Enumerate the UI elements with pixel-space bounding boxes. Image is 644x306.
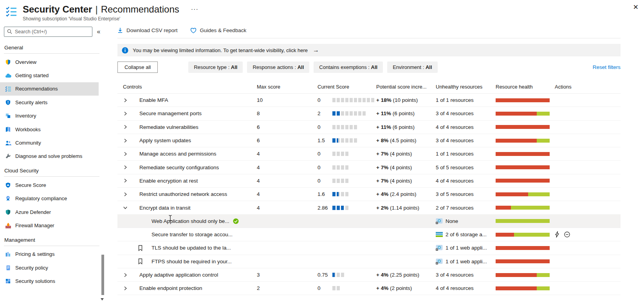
title-separator: | [95, 4, 97, 15]
filter-pill-resource-type[interactable]: Resource type : All [188, 62, 243, 73]
more-options-button[interactable]: ··· [191, 6, 198, 13]
column-header-potential-score-incre[interactable]: Potential score incre... [375, 84, 434, 90]
column-header-current-score[interactable]: Current Score [316, 84, 375, 90]
column-header-unhealthy-resources[interactable]: Unhealthy resources [434, 84, 496, 90]
sidebar-item-secure-score[interactable]: Secure Score [0, 178, 99, 192]
recommendation-row-tls-should-be-updated-to-the-la[interactable]: TLS should be updated to the la...1 of 1… [117, 241, 621, 255]
resource-health-bar [496, 165, 550, 169]
sidebar-item-pricing-settings[interactable]: Pricing & settings [0, 248, 99, 261]
sidebar-item-inventory[interactable]: Inventory [0, 109, 99, 123]
sidebar-item-label: Security solutions [15, 278, 55, 284]
sidebar-item-firewall-manager[interactable]: Firewall Manager [0, 219, 99, 232]
banner-text[interactable]: You may be viewing limited information. … [133, 47, 308, 53]
sidebar-item-diagnose-and-solve-problems[interactable]: Diagnose and solve problems [0, 150, 99, 163]
chevron-right-icon[interactable] [123, 98, 133, 103]
control-row-remediate-security-configurations[interactable]: Remediate security configurations40+ 7% … [117, 161, 621, 174]
download-csv-report-button[interactable]: Download CSV report [117, 27, 178, 33]
filter-pill-contains-exemptions[interactable]: Contains exemptions : All [314, 62, 383, 73]
sidebar-item-azure-defender[interactable]: Azure Defender [0, 205, 99, 219]
control-row-enable-mfa[interactable]: Enable MFA100+ 18% (10 points)1 of 1 res… [117, 94, 621, 107]
recommendation-row-secure-transfer-to-storage-accou[interactable]: Secure transfer to storage accou...2 of … [117, 228, 621, 241]
app-service-icon [436, 218, 443, 224]
collapse-all-button[interactable]: Collapse all [117, 62, 158, 73]
community-icon [5, 140, 11, 146]
score-bar [332, 111, 366, 116]
sidebar-item-security-solutions[interactable]: Security solutions [0, 274, 99, 288]
resource-health-bar [496, 139, 550, 143]
quick-fix-icon[interactable] [555, 231, 559, 238]
current-score-value: 0.75 [317, 272, 332, 278]
command-label: Download CSV report [126, 27, 178, 33]
sidebar-item-community[interactable]: Community [0, 136, 99, 149]
recommendation-row-web-application-should-only-be[interactable]: Web Application should only be...None [117, 215, 621, 228]
current-score-value: 1.6 [317, 191, 332, 197]
sidebar-item-workbooks[interactable]: Workbooks [0, 123, 99, 136]
diagnose-icon [5, 153, 11, 159]
resource-health-bar [496, 246, 550, 250]
control-row-remediate-vulnerabilities[interactable]: Remediate vulnerabilities60+ 11% (6 poin… [117, 121, 621, 134]
search-input[interactable] [4, 27, 92, 37]
section-divider [4, 246, 99, 246]
control-row-enable-endpoint-protection[interactable]: Enable endpoint protection20+ 4% (2 poin… [117, 282, 621, 295]
arrow-right-icon[interactable]: → [313, 47, 319, 54]
chevron-right-icon[interactable] [123, 165, 133, 170]
chevron-right-icon[interactable] [123, 152, 133, 156]
sidebar-item-recommendations[interactable]: Recommendations [0, 82, 99, 96]
chevron-right-icon[interactable] [123, 178, 133, 183]
sidebar-scrollbar[interactable] [101, 255, 104, 295]
guides-feedback-button[interactable]: Guides & Feedback [190, 27, 247, 33]
chevron-right-icon[interactable] [123, 273, 133, 277]
potential-increase-points: (2.25 points) [388, 272, 419, 278]
chevron-right-icon[interactable] [123, 192, 133, 197]
sidebar-item-security-policy[interactable]: Security policy [0, 261, 99, 274]
chevron-right-icon[interactable] [123, 111, 133, 116]
potential-increase-percent: + 11% [376, 110, 391, 116]
recommendation-name: TLS should be updated to the la... [152, 245, 231, 251]
chevron-right-icon[interactable] [123, 286, 133, 291]
control-row-enable-encryption-at-rest[interactable]: Enable encryption at rest40+ 7% (4 point… [117, 174, 621, 188]
current-score-value: 2 [317, 110, 332, 116]
unhealthy-resources-value: 3 of 4 resources [436, 138, 474, 143]
column-header-actions[interactable]: Actions [552, 84, 621, 90]
unhealthy-resources-value: 1 of 1 resources [436, 97, 474, 103]
filter-pill-environment[interactable]: Environment : All [387, 62, 437, 73]
chevron-right-icon[interactable] [123, 125, 133, 129]
close-icon[interactable]: ✕ [633, 3, 639, 11]
sidebar-item-getting-started[interactable]: Getting started [0, 69, 99, 82]
unhealthy-resources-value: 1 of 1 resources [436, 151, 474, 157]
filter-pill-response-actions[interactable]: Response actions : All [247, 62, 309, 73]
unhealthy-resources-value: 5 of 5 resources [436, 165, 474, 170]
control-row-restrict-unauthorized-network-access[interactable]: Restrict unauthorized network access41.6… [117, 188, 621, 201]
sidebar-section-cloud-security: Cloud Security [0, 163, 106, 176]
potential-increase-points: (4.5 points) [388, 138, 416, 143]
reset-filters-link[interactable]: Reset filters [593, 64, 621, 70]
getting-started-icon [5, 73, 11, 78]
sidebar-item-regulatory-compliance[interactable]: Regulatory compliance [0, 192, 99, 205]
control-row-secure-management-ports[interactable]: Secure management ports82+ 11% (6 points… [117, 107, 621, 120]
compliance-icon [5, 196, 11, 201]
column-header-controls[interactable]: Controls [117, 84, 255, 90]
potential-increase-points: (10 points) [391, 97, 418, 103]
recommendation-row-ftps-should-be-required-in-your[interactable]: FTPS should be required in your...1 of 1… [117, 255, 621, 268]
potential-increase-points: (6 points) [391, 124, 415, 130]
control-row-encrypt-data-in-transit[interactable]: Encrypt data in transit42.86+ 2% (1.14 p… [117, 201, 621, 214]
column-header-resource-health[interactable]: Resource health [496, 84, 552, 90]
column-header-max-score[interactable]: Max score [255, 84, 316, 90]
sidebar-item-label: Community [15, 140, 41, 146]
filter-bar: Collapse all Resource type : AllResponse… [117, 62, 621, 73]
chevron-down-icon[interactable] [123, 205, 133, 210]
control-row-apply-system-updates[interactable]: Apply system updates61.5+ 8% (4.5 points… [117, 134, 621, 147]
control-row-manage-access-and-permissions[interactable]: Manage access and permissions40+ 7% (4 p… [117, 147, 621, 161]
chevron-right-icon[interactable] [123, 138, 133, 143]
sidebar-item-label: Firewall Manager [15, 223, 54, 228]
sidebar-item-overview[interactable]: Overview [0, 55, 99, 69]
sidebar-item-security-alerts[interactable]: Security alerts [0, 96, 99, 109]
exempt-icon[interactable] [564, 232, 570, 237]
app-service-icon [436, 245, 443, 251]
bookmark-icon[interactable] [138, 258, 147, 264]
bookmark-icon[interactable] [138, 245, 147, 251]
current-score-value: 0 [317, 178, 332, 184]
control-row-apply-adaptive-application-control[interactable]: Apply adaptive application control30.75+… [117, 268, 621, 282]
scroll-down-arrow-icon[interactable] [101, 298, 104, 301]
sidebar-collapse-button[interactable]: « [94, 28, 103, 35]
